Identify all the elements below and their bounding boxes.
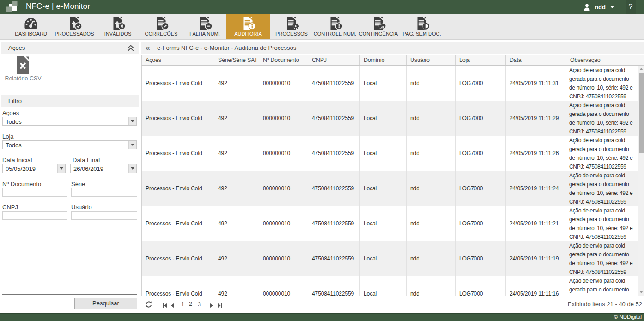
cell-dominio: Local <box>360 206 407 241</box>
table-body: Processos - Envio Cold492000000010475084… <box>141 66 638 296</box>
filter-cnpj-input[interactable] <box>2 211 67 220</box>
toolbar-item-invalidos[interactable]: INVÁLIDOS <box>96 14 140 39</box>
cell-documento: 000000010 <box>259 241 308 276</box>
user-name[interactable]: ndd <box>595 4 606 11</box>
toolbar-item-label: DASHBOARD <box>15 31 47 36</box>
column-header-8[interactable]: Data <box>506 55 566 65</box>
column-header-1[interactable]: Ações <box>142 55 214 65</box>
table-row[interactable]: Processos - Envio Cold492000000010475084… <box>142 66 638 101</box>
cell-documento: 000000010 <box>259 171 308 206</box>
toolbar-item-processos[interactable]: PROCESSOS <box>270 14 313 39</box>
actions-collapse-icon[interactable] <box>127 45 134 52</box>
cell-data: 24/05/2019 11:11:19 <box>506 241 566 276</box>
cell-loja: LOG7000 <box>456 101 506 136</box>
filter-loja-dropdown-icon[interactable] <box>128 141 136 149</box>
cell-usuario: ndd <box>407 66 456 101</box>
toolbar-item-auditoria[interactable]: AUDITORIA <box>226 14 270 39</box>
filter-loja-select[interactable]: Todos <box>2 140 137 149</box>
cell-cnpj: 47508411022559 <box>308 66 360 101</box>
toolbar-item-controle-num[interactable]: CONTROLE NUM. <box>313 14 357 39</box>
first-page-icon[interactable] <box>163 302 168 310</box>
next-page-icon[interactable] <box>209 302 213 310</box>
filter-num-documento-input[interactable] <box>2 188 67 197</box>
column-header-4[interactable]: CNPJ <box>308 55 360 65</box>
app-title: NFC-e | e-Monitor <box>26 2 90 11</box>
filter-serie-input[interactable] <box>71 188 137 197</box>
filter-data-final-label: Data Final <box>73 157 100 164</box>
cell-serie: 492 <box>214 171 259 206</box>
pagination-bar: 123 Exibindo itens 21 - 40 de 52 <box>141 296 644 312</box>
filter-acoes-dropdown-icon[interactable] <box>128 117 136 125</box>
sidebar: Ações Relatório CSV Filtro <box>0 42 139 312</box>
user-menu-caret-icon[interactable] <box>610 6 614 8</box>
toolbar-item-contingencia[interactable]: CONTINGÊNCIA <box>357 14 400 39</box>
sidebar-actions-header: Ações <box>1 42 139 54</box>
cell-documento: 000000010 <box>259 101 308 136</box>
filter-data-final-dropdown-icon[interactable] <box>128 164 136 173</box>
doc-half-icon <box>415 16 429 30</box>
table-row[interactable]: Processos - Envio Cold492000000010475084… <box>142 276 638 296</box>
table-scrollbar[interactable] <box>638 66 644 296</box>
sidebar-divider <box>2 294 137 295</box>
toolbar-item-label: AUDITORIA <box>234 31 262 36</box>
cell-data: 24/05/2019 11:11:24 <box>506 171 566 206</box>
toolbar-item-pag-sem-doc[interactable]: PAG. SEM DOC. <box>400 14 444 39</box>
cell-observacao: Ação de envio para coldgerada para o doc… <box>566 206 638 241</box>
cell-acao: Processos - Envio Cold <box>142 276 214 296</box>
last-page-icon[interactable] <box>217 302 222 310</box>
toolbar-items: DASHBOARDPROCESSADOSINVÁLIDOSCORREÇÕESFA… <box>9 14 444 39</box>
column-header-6[interactable]: Usuário <box>407 55 456 65</box>
cell-data: 24/05/2019 11:11:29 <box>506 101 566 136</box>
toolbar-item-correcoes[interactable]: CORREÇÕES <box>140 14 183 39</box>
cell-data: 24/05/2019 11:11:21 <box>506 206 566 241</box>
page-number-1[interactable]: 1 <box>181 301 184 308</box>
table-row[interactable]: Processos - Envio Cold492000000010475084… <box>142 101 638 136</box>
gauge-icon <box>24 16 38 30</box>
column-header-9[interactable]: Observação <box>566 55 638 65</box>
table-row[interactable]: Processos - Envio Cold492000000010475084… <box>142 241 638 276</box>
help-button[interactable]: ? <box>626 0 636 14</box>
filter-data-final-picker[interactable]: 26/06/2019 <box>70 164 137 173</box>
cell-serie: 492 <box>214 276 259 296</box>
cell-usuario: ndd <box>407 101 456 136</box>
scrollbar-thumb[interactable] <box>639 73 644 153</box>
prev-page-icon[interactable] <box>171 302 175 310</box>
cell-observacao: Ação de envio para coldgerada para o doc… <box>566 276 638 296</box>
pagination-status: Exibindo itens 21 - 40 de 52 <box>568 301 642 308</box>
filter-data-final-value: 26/06/2019 <box>73 165 103 173</box>
filter-usuario-input[interactable] <box>71 211 137 220</box>
column-header-3[interactable]: Nº Documento <box>259 55 308 65</box>
toolbar-item-processados[interactable]: PROCESSADOS <box>53 14 96 39</box>
toolbar-item-dashboard[interactable]: DASHBOARD <box>9 14 53 39</box>
table-header: AçõesSérie/Série SATNº DocumentoCNPJDomí… <box>141 55 644 66</box>
filter-data-inicial-dropdown-icon[interactable] <box>57 164 65 173</box>
toolbar-item-label: INVÁLIDOS <box>104 31 132 36</box>
page-number-2-current[interactable]: 2 <box>187 299 194 309</box>
table-row[interactable]: Processos - Envio Cold492000000010475084… <box>142 136 638 171</box>
refresh-icon[interactable] <box>146 301 152 308</box>
page-number-3[interactable]: 3 <box>198 301 201 308</box>
toolbar-item-label: PROCESSOS <box>275 31 308 36</box>
column-header-2[interactable]: Série/Série SAT <box>214 55 259 65</box>
doc-upload-check-icon <box>67 16 82 30</box>
cell-acao: Processos - Envio Cold <box>142 66 214 101</box>
table-row[interactable]: Processos - Envio Cold492000000010475084… <box>142 206 638 241</box>
column-header-5[interactable]: Domínio <box>360 55 407 65</box>
column-header-7[interactable]: Loja <box>456 55 506 65</box>
scrollbar-down-icon[interactable] <box>638 289 644 296</box>
cell-usuario: ndd <box>407 206 456 241</box>
breadcrumb-back-icon[interactable]: « <box>146 42 155 54</box>
table-row[interactable]: Processos - Envio Cold492000000010475084… <box>142 171 638 206</box>
cell-observacao: Ação de envio para coldgerada para o doc… <box>566 136 638 171</box>
report-csv-button[interactable]: Relatório CSV <box>0 55 46 84</box>
filter-data-inicial-picker[interactable]: 05/05/2019 <box>2 164 66 173</box>
cell-usuario: ndd <box>407 276 456 296</box>
toolbar-item-falha-num[interactable]: FALHA NUM. <box>183 14 226 39</box>
filter-data-inicial-value: 05/05/2019 <box>6 165 36 173</box>
filter-acoes-select[interactable]: Todos <box>2 117 137 126</box>
cell-acao: Processos - Envio Cold <box>142 206 214 241</box>
cell-documento: 000000010 <box>259 276 308 296</box>
scrollbar-up-icon[interactable] <box>638 66 644 73</box>
cell-loja: LOG7000 <box>456 241 506 276</box>
search-button[interactable]: Pesquisar <box>74 298 137 309</box>
